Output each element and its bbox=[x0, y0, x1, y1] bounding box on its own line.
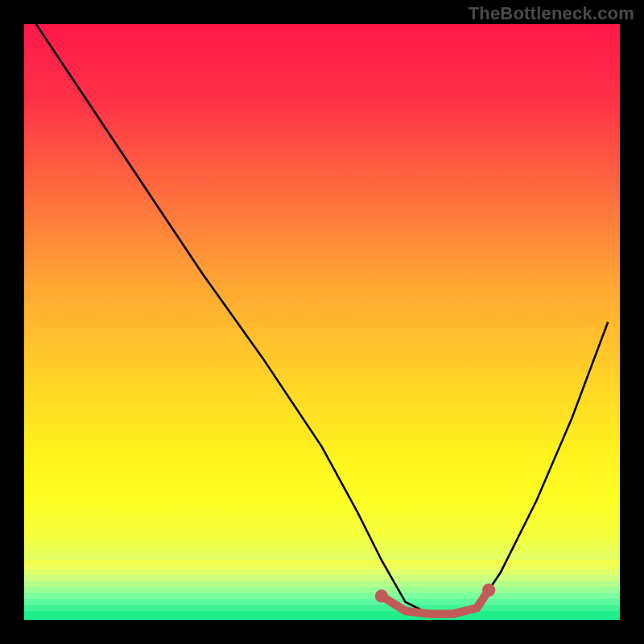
curve-layer bbox=[24, 24, 620, 620]
left-endpoint-dot bbox=[375, 589, 388, 602]
right-endpoint-dot bbox=[482, 584, 495, 597]
bottleneck-curve bbox=[36, 24, 608, 614]
optimal-segment bbox=[382, 590, 489, 614]
attribution-text: TheBottleneck.com bbox=[469, 3, 634, 24]
chart-frame: TheBottleneck.com bbox=[0, 0, 644, 644]
plot-area bbox=[24, 24, 620, 620]
